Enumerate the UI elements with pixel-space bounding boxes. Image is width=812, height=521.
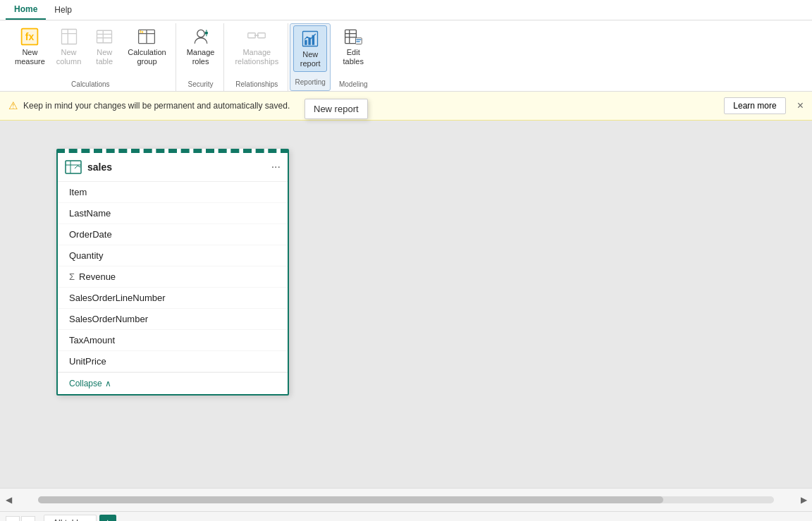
svg-rect-24 [304, 40, 307, 45]
field-unitprice[interactable]: UnitPrice [58, 351, 288, 372]
bottom-tab-all-tables[interactable]: All tables [44, 515, 97, 521]
scroll-track[interactable] [38, 496, 774, 503]
field-taxamount[interactable]: TaxAmount [58, 330, 288, 351]
warning-close-button[interactable]: × [797, 99, 804, 112]
svg-rect-31 [356, 38, 362, 44]
new-column-icon [59, 27, 79, 47]
svg-rect-19 [258, 33, 266, 38]
edit-tables-button[interactable]: Edit tables [336, 23, 370, 70]
bottom-tabs: ◀ ▶ All tables + [0, 511, 812, 521]
calculation-group-button[interactable]: fx Calculation group [123, 23, 171, 70]
svg-text:fx: fx [25, 31, 35, 42]
tab-nav-left[interactable]: ◀ [6, 516, 20, 521]
svg-point-21 [254, 35, 257, 37]
tooltip-new-report: New report [304, 99, 368, 119]
table-card-footer: Collapse ∧ [58, 372, 288, 394]
scroll-left-arrow[interactable]: ◀ [0, 491, 17, 508]
tab-home[interactable]: Home [6, 0, 46, 20]
edit-tables-icon [343, 27, 363, 47]
ribbon-buttons-reporting: New report [293, 25, 327, 77]
svg-text:fx: fx [140, 29, 144, 34]
field-revenue[interactable]: Σ Revenue [58, 266, 288, 288]
svg-rect-18 [248, 33, 256, 38]
manage-relationships-icon [247, 27, 266, 47]
tab-nav-right[interactable]: ▶ [21, 516, 35, 521]
manage-roles-icon [191, 27, 211, 47]
main-content: sales ··· Item LastName OrderDate Quanti… [0, 121, 812, 521]
svg-rect-3 [61, 30, 76, 44]
table-card-menu-button[interactable]: ··· [271, 161, 281, 173]
tab-nav-arrows: ◀ ▶ [6, 516, 35, 521]
new-column-button[interactable]: New column [51, 23, 86, 70]
field-quantity[interactable]: Quantity [58, 245, 288, 266]
new-report-icon [300, 29, 320, 49]
warning-message: Keep in mind your changes will be perman… [23, 101, 290, 111]
ribbon-group-modeling: Edit tables Modeling [332, 23, 374, 91]
ribbon-group-security: Manage roles Security [178, 23, 225, 91]
field-salesordernumber[interactable]: SalesOrderNumber [58, 309, 288, 330]
new-table-button[interactable]: New table [87, 23, 121, 70]
ribbon-group-calculations: fx New measure New column [6, 23, 176, 91]
collapse-button[interactable]: Collapse ∧ [69, 379, 276, 388]
scroll-right-arrow[interactable]: ▶ [795, 491, 812, 508]
warning-bar: ⚠ Keep in mind your changes will be perm… [0, 92, 812, 121]
reporting-group-label: Reporting [293, 77, 327, 89]
table-card-body: Item LastName OrderDate Quantity Σ Reven… [58, 182, 288, 372]
new-report-button[interactable]: New report [293, 25, 327, 72]
ribbon-buttons-security: Manage roles [182, 23, 220, 79]
learn-more-button[interactable]: Learn more [724, 97, 785, 114]
field-orderdate[interactable]: OrderDate [58, 224, 288, 245]
calculations-group-label: Calculations [10, 79, 171, 91]
field-salesorderlinenumber[interactable]: SalesOrderLineNumber [58, 288, 288, 309]
ribbon-buttons-modeling: Edit tables [336, 23, 370, 79]
collapse-chevron-icon: ∧ [105, 379, 111, 388]
svg-point-15 [204, 32, 207, 35]
new-measure-button[interactable]: fx New measure [10, 23, 50, 70]
add-tab-button[interactable]: + [99, 515, 116, 521]
ribbon: fx New measure New column [0, 20, 812, 91]
warning-icon: ⚠ [8, 99, 18, 112]
horizontal-scrollbar: ◀ ▶ [0, 488, 812, 511]
svg-point-14 [197, 30, 204, 37]
new-measure-icon: fx [20, 27, 39, 47]
table-card-sales: sales ··· Item LastName OrderDate Quanti… [56, 149, 289, 396]
table-title: sales [87, 161, 271, 173]
ribbon-buttons-relationships: Manage relationships [230, 23, 283, 79]
svg-rect-6 [97, 30, 112, 43]
field-item[interactable]: Item [58, 182, 288, 203]
table-card-icon [65, 159, 82, 176]
modeling-group-label: Modeling [336, 79, 370, 91]
new-table-icon [94, 27, 114, 47]
sigma-icon: Σ [69, 271, 75, 282]
manage-relationships-button[interactable]: Manage relationships [230, 23, 283, 70]
scroll-thumb [38, 496, 663, 503]
svg-rect-27 [345, 30, 357, 43]
field-lastname[interactable]: LastName [58, 203, 288, 224]
relationships-group-label: Relationships [230, 79, 283, 91]
table-card-header: sales ··· [58, 153, 288, 182]
svg-point-22 [257, 35, 259, 37]
ribbon-group-relationships: Manage relationships Relationships [226, 23, 288, 91]
calculation-group-icon: fx [137, 27, 156, 47]
tab-bar: Home Help [0, 0, 812, 20]
ribbon-buttons-calculations: fx New measure New column [10, 23, 171, 79]
ribbon-group-reporting: New report Reporting [290, 23, 331, 91]
svg-rect-34 [66, 161, 81, 173]
manage-roles-button[interactable]: Manage roles [182, 23, 220, 70]
tab-help[interactable]: Help [46, 1, 80, 19]
canvas-area: sales ··· Item LastName OrderDate Quanti… [0, 121, 812, 488]
security-group-label: Security [182, 79, 220, 91]
